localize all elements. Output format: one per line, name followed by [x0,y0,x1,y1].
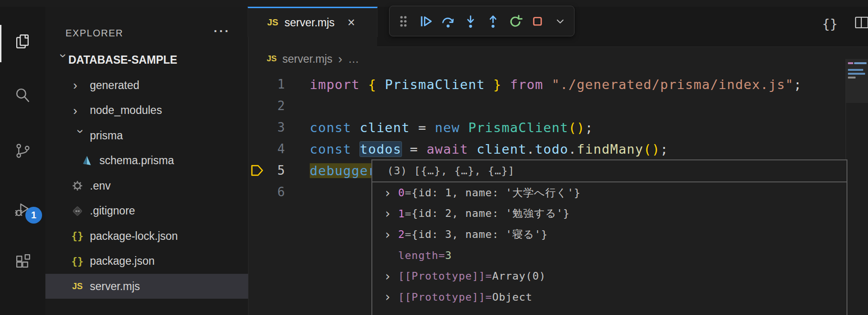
tree-item-prisma[interactable]: ›prisma [45,123,248,148]
active-view-indicator [0,25,1,62]
tree-item-label: .gitignore [90,204,135,217]
continue-button[interactable] [419,11,434,31]
code-line-4[interactable]: const todos = await client.todo.findMany… [310,138,846,160]
token-pl: ; [585,120,593,135]
tree-item-label: schema.prisma [99,154,174,167]
popup-val: {id: 3, name: '寝る'} [412,227,548,242]
chevron-right-icon[interactable]: › [384,186,398,200]
token-typ: PrismaClient [468,120,568,135]
token-pl: ; [660,142,668,157]
breadcrumb-symbol[interactable]: … [348,53,359,66]
token-y: () [568,120,585,135]
step-over-button[interactable] [441,11,456,31]
popup-eq: = [405,187,412,199]
token-y: () [643,142,660,157]
restart-button[interactable] [508,11,523,31]
popup-variable-row[interactable]: ›[[Prototype]] = Object [372,287,846,308]
dropdown-chevron-button[interactable] [553,11,567,31]
tree-root-label: DATABASE-SAMPLE [68,54,177,67]
debug-stackframe-icon[interactable] [250,164,264,179]
popup-variable-row[interactable]: ›2 = {id: 3, name: '寝る'} [372,224,846,245]
breadcrumb-file[interactable]: server.mjs [282,53,333,66]
token-pl: . [568,142,576,157]
chevron-right-icon[interactable]: › [384,269,398,283]
code-line-2[interactable] [310,95,846,117]
code-line-3[interactable]: const client = new PrismaClient(); [310,117,846,138]
popup-idx: 0 [398,187,405,199]
json-file-icon: {} [69,256,86,267]
drag-handle[interactable] [396,11,411,31]
tree-item--env[interactable]: .env [45,173,248,198]
line-number-1[interactable]: 1 [248,74,285,95]
token-var: client [477,142,527,157]
close-icon[interactable]: × [347,16,355,29]
popup-eqp: = [486,270,492,282]
step-into-button[interactable] [463,11,478,31]
minimap-line-mark [848,77,856,79]
line-number-2[interactable]: 2 [248,95,285,117]
more-actions-icon[interactable]: ··· [214,24,230,39]
token-varhl: todos [360,142,401,157]
popup-idx: 2 [398,228,405,240]
explorer-icon[interactable] [14,33,31,50]
tree-item-label: prisma [90,129,123,142]
token-kw: from [502,77,552,92]
tree-item-generated[interactable]: ›generated [45,73,248,98]
token-fn: findMany [577,142,644,157]
tree-item-label: .env [90,180,110,192]
tree-root-database-sample[interactable]: › DATABASE-SAMPLE [45,47,248,72]
line-number-3[interactable]: 3 [248,117,285,138]
minimap-line-mark [848,73,865,75]
tab-server-mjs[interactable]: JS server.mjs × [248,7,378,37]
stop-button[interactable] [531,11,545,31]
popup-name: length [398,249,438,261]
token-kwb: const [310,120,360,135]
minimap-slider[interactable] [846,59,868,103]
js-file-icon: JS [267,54,277,64]
tree-item-label: server.mjs [90,280,140,293]
source-control-icon[interactable] [14,142,31,159]
minimap-line-mark [848,62,853,64]
step-out-button[interactable] [486,11,500,31]
chevron-right-icon[interactable]: › [384,290,398,304]
chevron-right-icon[interactable]: › [384,206,398,221]
vscode-window: 1 EXPLORER ··· › DATABASE-SAMPLE ›genera… [0,0,868,315]
popup-variable-row[interactable]: ›1 = {id: 2, name: '勉強する'} [372,203,846,225]
popup-eqp: = [486,291,492,303]
minimap[interactable] [846,59,868,315]
line-number-6[interactable]: 6 [248,181,285,203]
tree-item-node-modules[interactable]: ›node_modules [45,98,248,123]
tree-item-server-mjs[interactable]: JSserver.mjs [45,274,248,299]
activity-bar: 1 [0,7,45,315]
git-file-icon [69,205,86,217]
tab-title: server.mjs [284,16,335,29]
search-icon[interactable] [14,87,31,104]
popup-idx: 1 [398,208,405,220]
code-line-1[interactable]: import { PrismaClient } from "./generate… [310,74,846,95]
token-var: PrismaClient [377,77,493,92]
tree-item-schema-prisma[interactable]: schema.prisma [45,148,248,173]
breadcrumb[interactable]: JS server.mjs › … [267,49,359,68]
toggle-breakpoints-icon[interactable]: {} [822,16,838,31]
tree-item-package-json[interactable]: {}package.json [45,249,248,274]
json-file-icon: {} [69,230,86,242]
tree-item-package-lock-json[interactable]: {}package-lock.json [45,224,248,248]
popup-variable-row[interactable]: ›[[Prototype]] = Array(0) [372,266,846,287]
chevron-right-icon[interactable]: › [384,227,398,242]
token-kw: import [310,77,368,92]
popup-variable-row[interactable]: length = 3 [372,245,846,266]
tree-item-label: generated [90,79,140,92]
token-str: "./generated/prisma/index.js" [552,77,793,92]
line-number-4[interactable]: 4 [248,138,285,160]
env-file-icon [69,180,86,192]
tab-bar-extension [377,37,868,47]
popup-val: Array(0) [492,270,546,282]
tree-item-label: node_modules [90,104,162,117]
tree-item-label: package-lock.json [90,230,178,243]
extensions-icon[interactable] [14,254,31,270]
popup-variable-row[interactable]: ›0 = {id: 1, name: '大学へ行く'} [372,182,846,203]
explorer-sidebar: EXPLORER ··· › DATABASE-SAMPLE ›generate… [45,7,249,315]
tree-item--gitignore[interactable]: .gitignore [45,199,248,224]
token-pl: = [401,142,426,157]
split-editor-icon[interactable] [854,15,868,32]
